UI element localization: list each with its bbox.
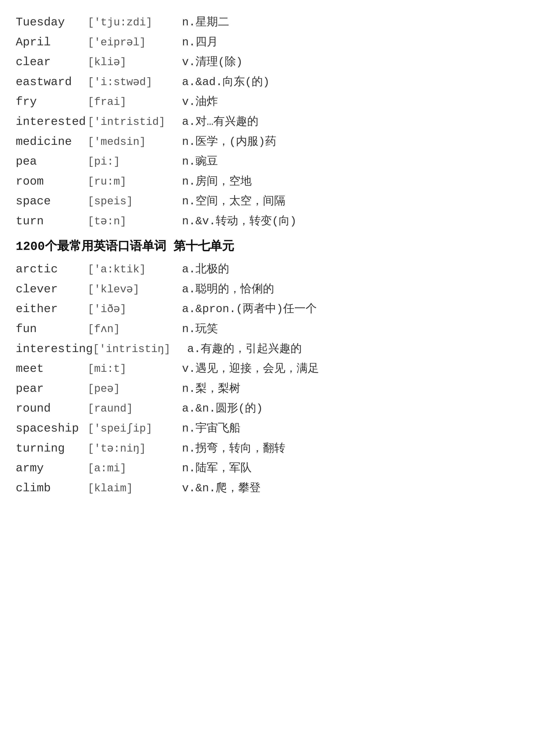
word-text: eastward [16,73,88,92]
word-entry: fun[fʌn]n.玩笑 [16,320,519,338]
word-entry: interesting['intristiŋ]a.有趣的，引起兴趣的 [16,340,519,358]
phonetic-text: ['klevə] [88,281,182,298]
word-text: clear [16,53,88,71]
word-text: fry [16,93,88,111]
phonetic-text: ['iðə] [88,301,182,317]
definition-text: a.&n.圆形(的) [182,400,263,418]
word-text: turn [16,212,88,230]
definition-text: n.宇宙飞船 [182,420,240,437]
phonetic-text: ['intristiŋ] [93,341,187,358]
word-text: room [16,173,88,191]
phonetic-text: [speis] [88,193,182,210]
word-text: meet [16,360,88,378]
word-text: interesting [16,340,93,358]
word-text: either [16,300,88,318]
word-text: army [16,459,88,477]
phonetic-text: [klaim] [88,480,182,497]
word-entry: interested['intristid]a.对…有兴趣的 [16,113,519,131]
word-entry: space[speis]n.空间，太空，间隔 [16,192,519,211]
word-text: turning [16,440,88,458]
word-entry: pear[peə]n.梨，梨树 [16,380,519,398]
word-entry: room[ru:m]n.房间，空地 [16,173,519,191]
definition-text: n.陆军，军队 [182,460,252,477]
definition-text: n.梨，梨树 [182,380,240,398]
definition-text: n.房间，空地 [182,173,252,190]
word-entry: arctic['a:ktik]a.北极的 [16,260,519,279]
word-text: pea [16,153,88,171]
word-entry: army[a:mi]n.陆军，军队 [16,459,519,477]
phonetic-text: [mi:t] [88,361,182,377]
word-entry: meet[mi:t]v.遇见，迎接，会见，满足 [16,360,519,378]
word-entry: either['iðə]a.&pron.(两者中)任一个 [16,300,519,318]
phonetic-text: ['a:ktik] [88,261,182,278]
word-entry: fry[frai]v.油炸 [16,93,519,111]
definition-text: v.遇见，迎接，会见，满足 [182,360,319,378]
definition-text: v.油炸 [182,93,218,111]
section-header: 1200个最常用英语口语单词 第十七单元 [16,237,519,256]
definition-text: a.北极的 [182,261,229,278]
phonetic-text: [a:mi] [88,460,182,477]
phonetic-text: ['eiprəl] [88,34,182,51]
word-text: spaceship [16,419,88,438]
word-entry: pea[pi:]n.豌豆 [16,153,519,171]
word-text: round [16,400,88,418]
phonetic-text: ['speiʃip] [88,420,182,437]
phonetic-text: [kliə] [88,54,182,70]
definition-text: n.四月 [182,34,218,51]
word-entry: spaceship['speiʃip]n.宇宙飞船 [16,419,519,438]
word-entry: April['eiprəl]n.四月 [16,34,519,52]
definition-text: n.拐弯，转向，翻转 [182,440,285,457]
phonetic-text: ['tə:niŋ] [88,440,182,457]
word-text: clever [16,281,88,299]
definition-text: n.医学，(内服)药 [182,133,276,151]
word-text: pear [16,380,88,398]
phonetic-text: ['i:stwəd] [88,74,182,91]
phonetic-text: [raund] [88,400,182,417]
word-text: medicine [16,133,88,151]
word-text: interested [16,113,88,131]
phonetic-text: ['tju:zdi] [88,14,182,31]
definition-text: v.&n.爬，攀登 [182,480,261,497]
word-entry: turn[tə:n]n.&v.转动，转变(向) [16,212,519,230]
phonetic-text: [peə] [88,381,182,397]
word-entry: clear[kliə]v.清理(除) [16,53,519,71]
word-list: Tuesday['tju:zdi]n.星期二April['eiprəl]n.四月… [16,14,519,497]
word-entry: clever['klevə]a.聪明的，恰俐的 [16,281,519,299]
definition-text: a.有趣的，引起兴趣的 [187,340,302,358]
word-text: space [16,192,88,211]
definition-text: n.玩笑 [182,320,218,338]
phonetic-text: ['medsin] [88,134,182,150]
word-text: fun [16,320,88,338]
definition-text: a.&pron.(两者中)任一个 [182,300,317,318]
definition-text: a.&ad.向东(的) [182,73,269,91]
definition-text: a.聪明的，恰俐的 [182,281,274,298]
definition-text: n.豌豆 [182,153,218,171]
definition-text: n.&v.转动，转变(向) [182,213,296,230]
word-entry: turning['tə:niŋ]n.拐弯，转向，翻转 [16,440,519,458]
definition-text: n.空间，太空，间隔 [182,193,285,210]
word-text: climb [16,479,88,498]
phonetic-text: [fʌn] [88,321,182,338]
word-entry: round[raund]a.&n.圆形(的) [16,400,519,418]
definition-text: a.对…有兴趣的 [182,113,258,131]
phonetic-text: ['intristid] [88,114,182,130]
word-entry: climb[klaim]v.&n.爬，攀登 [16,479,519,498]
phonetic-text: [tə:n] [88,213,182,230]
definition-text: v.清理(除) [182,53,243,71]
word-text: April [16,34,88,52]
word-text: arctic [16,260,88,279]
phonetic-text: [pi:] [88,153,182,170]
word-text: Tuesday [16,14,88,32]
definition-text: n.星期二 [182,14,229,31]
word-entry: Tuesday['tju:zdi]n.星期二 [16,14,519,32]
phonetic-text: [frai] [88,94,182,110]
word-entry: medicine['medsin]n.医学，(内服)药 [16,133,519,151]
word-entry: eastward['i:stwəd]a.&ad.向东(的) [16,73,519,92]
phonetic-text: [ru:m] [88,173,182,190]
